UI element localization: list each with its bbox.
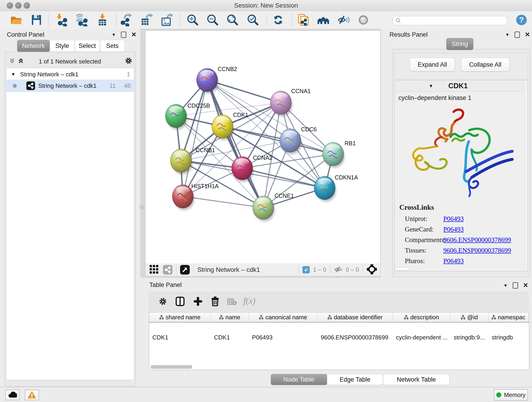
tab-sets[interactable]: Sets bbox=[100, 40, 125, 52]
float-panel-icon[interactable] bbox=[515, 32, 520, 38]
expand-all-button[interactable]: Expand All bbox=[410, 58, 455, 71]
protein-structure-image bbox=[396, 103, 525, 200]
node-RB1[interactable]: RB1 bbox=[323, 140, 356, 168]
network-share-view-icon[interactable] bbox=[163, 265, 172, 274]
import-network-icon[interactable] bbox=[55, 13, 69, 27]
close-panel-icon[interactable]: ✕ bbox=[523, 283, 528, 288]
collapse-panel-icon[interactable]: ▼ bbox=[112, 32, 116, 37]
vertical-splitter-handle[interactable] bbox=[140, 205, 144, 210]
crosslink-label: GeneCard: bbox=[405, 225, 443, 233]
crosslink-value[interactable]: 9606.ENSP00000378699 bbox=[443, 236, 511, 244]
tab-network-table[interactable]: Network Table bbox=[383, 374, 450, 385]
crosslink-value[interactable]: 9606.ENSP00000378699 bbox=[443, 247, 511, 254]
node-CCNE1[interactable]: CCNE1 bbox=[253, 192, 294, 221]
export-table-icon[interactable] bbox=[140, 13, 153, 27]
tab-node-table[interactable]: Node Table bbox=[271, 374, 327, 385]
float-panel-icon[interactable] bbox=[513, 282, 518, 288]
export-image-icon[interactable] bbox=[160, 13, 173, 27]
table-cell[interactable]: CDK1 bbox=[149, 332, 211, 342]
tab-string[interactable]: String bbox=[446, 38, 473, 50]
table-cell[interactable]: cyclin-dependent ... bbox=[393, 332, 450, 342]
zoom-selected-icon[interactable] bbox=[246, 13, 260, 27]
gene-entry-header[interactable]: ▼ CDK1 bbox=[395, 80, 528, 92]
column-header-database-identifier[interactable]: database identifier bbox=[317, 313, 393, 322]
crosslink-row: Pharos:P06493 bbox=[405, 255, 528, 266]
network-row-selected[interactable]: String Network – cdk1 11 48 bbox=[6, 80, 134, 92]
hidden-eye-icon[interactable] bbox=[334, 265, 343, 274]
delete-table-icon bbox=[227, 298, 237, 306]
zoom-in-icon[interactable] bbox=[186, 13, 199, 27]
search-field[interactable] bbox=[393, 16, 507, 25]
column-header-canonical-name[interactable]: canonical name bbox=[249, 313, 317, 322]
column-header-shared-name[interactable]: shared name bbox=[149, 313, 211, 322]
export-network-icon[interactable] bbox=[120, 13, 133, 27]
node-CDC6[interactable]: CDC6 bbox=[280, 126, 317, 154]
close-panel-icon[interactable]: ✕ bbox=[131, 32, 137, 37]
save-session-icon[interactable] bbox=[30, 13, 43, 27]
tab-select[interactable]: Select bbox=[75, 40, 100, 52]
column-header-name[interactable]: name bbox=[211, 313, 249, 322]
network-collection-row[interactable]: ▼ String Network – cdk1 1 bbox=[6, 69, 134, 80]
search-input[interactable] bbox=[401, 17, 505, 24]
refresh-layout-icon[interactable] bbox=[271, 13, 285, 27]
node-CCNA2[interactable]: CCNA2 bbox=[232, 154, 272, 182]
collapse-all-button[interactable]: Collapse All bbox=[461, 58, 510, 71]
results-horizontal-scrollbar-thumb[interactable] bbox=[395, 267, 410, 270]
tab-network[interactable]: Network bbox=[17, 40, 50, 52]
node-CCNB2[interactable]: CCNB2 bbox=[196, 66, 237, 94]
crosslink-value[interactable]: P06493 bbox=[443, 215, 464, 223]
detach-view-icon[interactable] bbox=[180, 265, 190, 274]
selected-checkbox-icon[interactable] bbox=[302, 266, 310, 274]
show-hide-graphics-icon[interactable] bbox=[336, 13, 350, 27]
collapse-panel-icon[interactable]: ▼ bbox=[503, 283, 508, 288]
zoom-fit-icon[interactable] bbox=[225, 13, 239, 27]
column-header-description[interactable]: description bbox=[393, 313, 450, 322]
column-type-icon bbox=[259, 315, 264, 319]
close-panel-icon[interactable]: ✕ bbox=[525, 32, 530, 37]
tab-style[interactable]: Style bbox=[50, 40, 75, 52]
current-network-name: String Network – cdk1 bbox=[197, 266, 260, 274]
network-options-gear-icon[interactable] bbox=[125, 57, 133, 65]
column-header-@id[interactable]: @id bbox=[450, 313, 488, 322]
import-table-icon[interactable] bbox=[95, 13, 109, 27]
network-canvas[interactable]: CCNB2CCNA1CDC25BCDK1CDC6RB1CCNB1CCNA2CDK… bbox=[145, 31, 380, 264]
collapse-panel-icon[interactable]: ▼ bbox=[505, 32, 510, 37]
crosslink-value[interactable]: P06493 bbox=[443, 257, 464, 265]
table-cell[interactable]: 9606.ENSP00000378699 bbox=[317, 332, 393, 342]
add-column-icon[interactable] bbox=[193, 297, 203, 307]
results-vertical-scrollbar[interactable] bbox=[524, 81, 527, 270]
toolbar-separator bbox=[298, 265, 299, 275]
help-icon[interactable]: ? bbox=[515, 13, 528, 27]
delete-column-trash-icon[interactable] bbox=[211, 297, 220, 307]
memory-button[interactable]: Memory bbox=[494, 389, 528, 401]
table-horizontal-scrollbar-thumb[interactable] bbox=[151, 365, 192, 369]
toolbar-separator bbox=[116, 14, 117, 26]
table-cell[interactable]: stringdb bbox=[488, 332, 529, 342]
grid-view-icon[interactable] bbox=[149, 264, 159, 275]
open-session-icon[interactable] bbox=[9, 13, 23, 27]
import-database-icon[interactable] bbox=[75, 13, 88, 27]
crosslink-row: Uniprot:P06493 bbox=[405, 213, 528, 224]
select-columns-icon[interactable] bbox=[176, 297, 185, 307]
column-header-namespac[interactable]: namespac bbox=[488, 313, 529, 322]
node-CDK1[interactable]: CDK1 bbox=[212, 112, 248, 140]
collection-expander-icon[interactable]: ▼ bbox=[11, 72, 16, 77]
cloud-button[interactable] bbox=[5, 390, 19, 400]
node-HIST1H1A[interactable]: HIST1H1A bbox=[172, 183, 219, 210]
crosslink-value[interactable]: P06493 bbox=[443, 225, 464, 233]
node-CDKN1A[interactable]: CDKN1A bbox=[314, 174, 358, 202]
zoom-out-icon[interactable] bbox=[206, 13, 219, 27]
tab-edge-table[interactable]: Edge Table bbox=[327, 374, 383, 385]
float-panel-icon[interactable] bbox=[121, 32, 126, 38]
network-from-clipboard-icon[interactable] bbox=[296, 13, 310, 27]
table-panel-title: Table Panel bbox=[149, 281, 182, 288]
warnings-button[interactable] bbox=[25, 390, 39, 400]
table-cell[interactable]: P06493 bbox=[249, 332, 317, 342]
table-settings-gear-icon[interactable] bbox=[158, 297, 167, 307]
table-cell[interactable]: stringdb:9... bbox=[450, 332, 488, 342]
table-cell[interactable]: CDK1 bbox=[211, 332, 249, 342]
level-of-detail-icon[interactable] bbox=[356, 13, 370, 27]
entry-expander-icon[interactable]: ▼ bbox=[429, 83, 433, 89]
pan-crosshair-icon[interactable] bbox=[367, 264, 377, 275]
first-neighbors-icon[interactable] bbox=[317, 13, 330, 27]
